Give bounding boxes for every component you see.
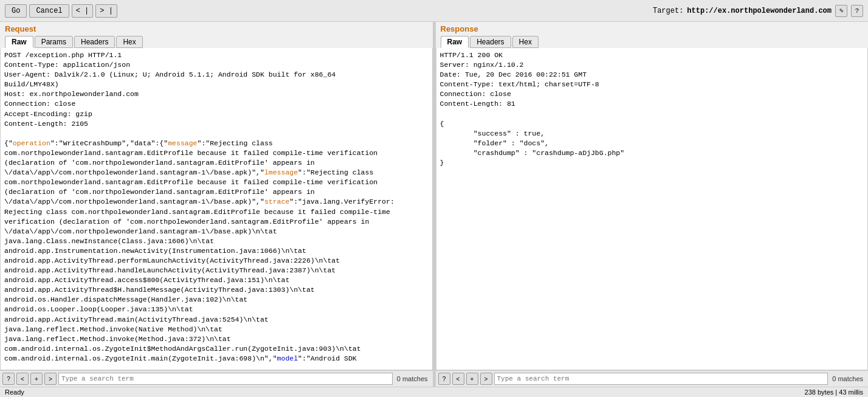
request-search-add-button[interactable]: + xyxy=(30,373,43,385)
statusbar: Ready 238 bytes | 43 millis xyxy=(0,387,868,397)
tab-response-headers[interactable]: Headers xyxy=(470,36,511,48)
response-panel: Response Raw Headers Hex HTTP/1.1 200 OK… xyxy=(436,22,869,387)
statusbar-left: Ready xyxy=(5,388,24,396)
tab-request-headers[interactable]: Headers xyxy=(74,36,115,48)
request-title: Request xyxy=(5,24,428,33)
response-search-input[interactable] xyxy=(494,373,828,385)
request-content[interactable]: POST /exception.php HTTP/1.1 Content-Typ… xyxy=(0,48,433,370)
response-panel-header: Response Raw Headers Hex xyxy=(436,22,869,48)
request-panel-header: Request Raw Params Headers Hex xyxy=(0,22,433,48)
response-search-add-button[interactable]: + xyxy=(466,373,478,385)
nav-back-button[interactable]: < | xyxy=(72,4,94,18)
response-search-help-button[interactable]: ? xyxy=(438,373,450,385)
request-tabs: Raw Params Headers Hex xyxy=(5,36,428,48)
response-content[interactable]: HTTP/1.1 200 OK Server: nginx/1.10.2 Dat… xyxy=(436,48,869,370)
target-info: Target: http://ex.northpolewonderland.co… xyxy=(653,5,863,17)
tab-request-raw[interactable]: Raw xyxy=(5,36,33,48)
request-search-prev-button[interactable]: < xyxy=(16,373,29,385)
response-search-next-button[interactable]: > xyxy=(480,373,492,385)
help-button[interactable]: ? xyxy=(851,5,863,17)
go-button[interactable]: Go xyxy=(5,4,27,18)
request-search-next-button[interactable]: > xyxy=(44,373,57,385)
toolbar-left: Go Cancel < | > | xyxy=(5,4,117,18)
nav-forward-button[interactable]: > | xyxy=(95,4,117,18)
statusbar-right: 238 bytes | 43 millis xyxy=(805,388,863,396)
request-search-input[interactable] xyxy=(58,373,393,385)
response-tabs: Raw Headers Hex xyxy=(441,36,864,48)
response-search-bar: ? < + > 0 matches xyxy=(436,370,869,387)
response-title: Response xyxy=(441,24,864,33)
tab-response-hex[interactable]: Hex xyxy=(512,36,539,48)
request-search-bar: ? < + > 0 matches xyxy=(0,370,433,387)
target-url: http://ex.northpolewonderland.com xyxy=(687,7,832,15)
response-search-prev-button[interactable]: < xyxy=(452,373,464,385)
request-search-help-button[interactable]: ? xyxy=(2,373,15,385)
response-matches-label: 0 matches xyxy=(830,375,866,382)
tab-response-raw[interactable]: Raw xyxy=(441,36,469,48)
main-content: Request Raw Params Headers Hex POST /exc… xyxy=(0,22,868,387)
cancel-button[interactable]: Cancel xyxy=(29,4,69,18)
target-prefix: Target: xyxy=(653,7,683,15)
tab-request-params[interactable]: Params xyxy=(35,36,73,48)
edit-target-button[interactable]: ✎ xyxy=(835,5,847,17)
tab-request-hex[interactable]: Hex xyxy=(116,36,142,48)
request-panel: Request Raw Params Headers Hex POST /exc… xyxy=(0,22,433,387)
toolbar: Go Cancel < | > | Target: http://ex.nort… xyxy=(0,0,868,22)
request-matches-label: 0 matches xyxy=(394,375,430,382)
